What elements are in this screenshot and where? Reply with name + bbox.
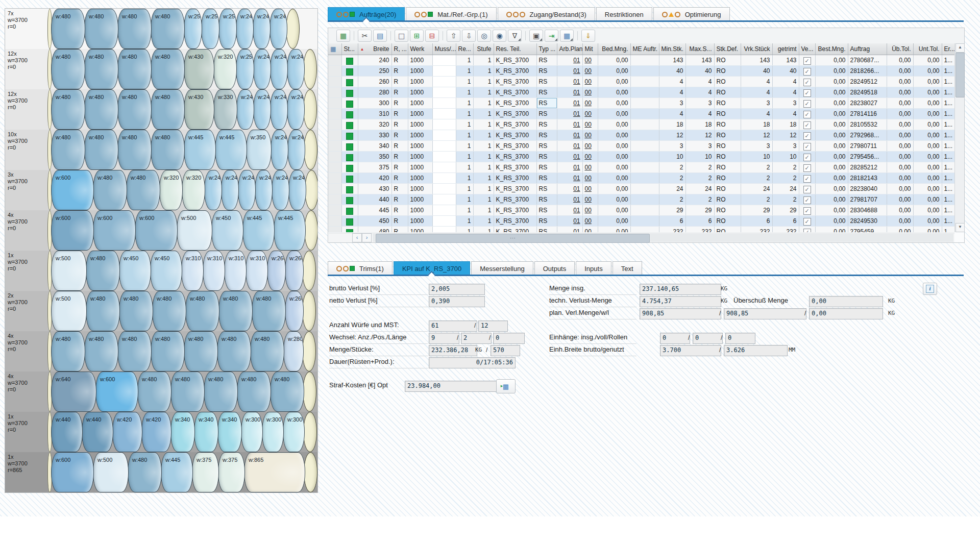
cell-auftrag[interactable]: 27814116: [848, 109, 887, 119]
cell-auftrag[interactable]: 28304688: [848, 205, 887, 216]
roll[interactable]: w:480: [218, 291, 253, 331]
cell-bestmng[interactable]: 0,00: [815, 173, 848, 184]
cell-resteil[interactable]: K_RS_3700: [494, 141, 536, 152]
cell-ve[interactable]: ✓: [799, 141, 815, 152]
cell-arbplan[interactable]: 01: [557, 216, 582, 227]
cell-auftrag[interactable]: 2780687...: [848, 55, 887, 66]
cell-mit[interactable]: 00: [582, 98, 598, 109]
roll[interactable]: w:310: [246, 251, 268, 291]
roll[interactable]: w:480: [117, 331, 152, 372]
cell-vrk[interactable]: 143: [741, 55, 772, 66]
cell-min[interactable]: 4: [659, 87, 685, 98]
print-button[interactable]: ▣: [529, 30, 543, 42]
cell-resteil[interactable]: K_RS_3700: [494, 152, 536, 162]
roll[interactable]: w:280: [283, 331, 304, 372]
cell-werk[interactable]: 1000: [408, 98, 432, 109]
scroll-up-button[interactable]: [955, 43, 965, 53]
row-select-cell[interactable]: [328, 194, 341, 205]
cell-r[interactable]: R: [391, 227, 408, 233]
link-arbplan[interactable]: 01: [573, 100, 580, 107]
cell-max[interactable]: 40: [685, 66, 714, 77]
roll[interactable]: w:375: [192, 452, 219, 492]
roll[interactable]: w:500: [51, 291, 87, 331]
row-select-cell[interactable]: [328, 141, 341, 152]
cell-bestmng[interactable]: 0,00: [815, 216, 848, 227]
filter-button[interactable]: ∇: [508, 30, 522, 42]
cell-breite[interactable]: 450: [358, 216, 391, 227]
cell-bestmng[interactable]: 0,00: [815, 119, 848, 130]
table-row[interactable]: 260R100011K_RS_3700RS01000,0044RO44✓0,00…: [328, 77, 954, 87]
info-button[interactable]: i: [923, 283, 937, 295]
cell-meauftr[interactable]: [630, 227, 659, 233]
cell-ve[interactable]: ✓: [799, 173, 815, 184]
column-header-stkdef[interactable]: Stk.Def.: [714, 43, 741, 55]
tab-restriktionen[interactable]: Restriktionen: [596, 7, 652, 21]
cell-stufe[interactable]: 1: [473, 66, 494, 77]
cell-mit[interactable]: 00: [582, 109, 598, 119]
cell-meauftr[interactable]: [630, 77, 659, 87]
cell-bestmng[interactable]: 0,00: [815, 152, 848, 162]
cell-muss[interactable]: [432, 55, 456, 66]
cell-stufe[interactable]: 1: [473, 152, 494, 162]
cell-vrk[interactable]: 24: [741, 184, 772, 194]
cell-ve[interactable]: ✓: [799, 87, 815, 98]
roll[interactable]: w:445: [242, 210, 275, 251]
roll[interactable]: w:240: [271, 130, 288, 170]
cell-max[interactable]: 2: [685, 194, 714, 205]
link-mit[interactable]: 00: [585, 57, 592, 64]
row-select-cell[interactable]: [328, 98, 341, 109]
mst-field[interactable]: 12: [478, 320, 508, 332]
cell-er[interactable]: 1...: [942, 205, 954, 216]
roll[interactable]: w:340: [194, 412, 218, 452]
cell-r[interactable]: R: [391, 141, 408, 152]
cell-bestmng[interactable]: 0,00: [815, 87, 848, 98]
roll[interactable]: w:480: [86, 291, 120, 331]
cell-er[interactable]: 1...: [942, 152, 954, 162]
roll[interactable]: w:480: [93, 170, 127, 210]
cell-meauftr[interactable]: [630, 152, 659, 162]
roll[interactable]: w:340: [217, 412, 242, 452]
cell-arbplan[interactable]: 01: [557, 205, 582, 216]
cell-auftrag[interactable]: 27980711: [848, 141, 887, 152]
cell-typ[interactable]: RS: [536, 77, 557, 87]
roll[interactable]: w:445: [215, 130, 247, 170]
cell-bedmng[interactable]: 0,00: [598, 194, 630, 205]
cell-min[interactable]: 4: [659, 109, 685, 119]
cell-werk[interactable]: 1000: [408, 205, 432, 216]
cell-arbplan[interactable]: 01: [557, 162, 582, 173]
table-settings-button[interactable]: ▦: [560, 30, 574, 42]
column-header-meauftr[interactable]: ME Auftr.: [630, 43, 659, 55]
cell-mit[interactable]: 00: [582, 77, 598, 87]
download-button[interactable]: ⇓: [581, 30, 595, 42]
row-select-cell[interactable]: [328, 173, 341, 184]
cell-muss[interactable]: [432, 162, 456, 173]
roll[interactable]: w:600: [95, 372, 138, 412]
cell-werk[interactable]: 1000: [408, 66, 432, 77]
cell-stkdef[interactable]: RO: [714, 152, 741, 162]
plan-verlust-field-3[interactable]: 0,00: [809, 308, 883, 319]
column-header-er[interactable]: Er...: [942, 43, 954, 55]
roll[interactable]: w:480: [151, 49, 185, 89]
cell-unttol[interactable]: 0,00: [913, 130, 942, 141]
table-row[interactable]: 280R100011K_RS_3700RS01000,0044RO44✓0,00…: [328, 87, 954, 98]
cell-uebtol[interactable]: 0,00: [887, 119, 913, 130]
checkbox-checked-icon[interactable]: ✓: [803, 121, 811, 129]
roll[interactable]: w:430: [184, 89, 214, 130]
cell-ve[interactable]: ✓: [799, 77, 815, 87]
cell-re[interactable]: 1: [456, 173, 473, 184]
roll[interactable]: w:480: [117, 89, 152, 130]
cell-er[interactable]: 1...: [942, 227, 954, 233]
einhaenge-field-1[interactable]: 0: [660, 333, 690, 344]
cell-min[interactable]: 6: [659, 216, 685, 227]
vertical-scrollbar[interactable]: [954, 43, 964, 232]
row-select-cell[interactable]: [328, 55, 341, 66]
cell-re[interactable]: 1: [456, 162, 473, 173]
cell-mit[interactable]: 00: [582, 173, 598, 184]
cell-stkdef[interactable]: RO: [714, 119, 741, 130]
cell-unttol[interactable]: 0,00: [913, 141, 942, 152]
link-mit[interactable]: 00: [585, 196, 592, 203]
column-header-typ[interactable]: Typ ...: [536, 43, 557, 55]
horizontal-scrollbar[interactable]: ‹ › ⋯: [329, 233, 954, 242]
cell-auftrag[interactable]: 2795456...: [848, 152, 887, 162]
cell-min[interactable]: 29: [659, 205, 685, 216]
